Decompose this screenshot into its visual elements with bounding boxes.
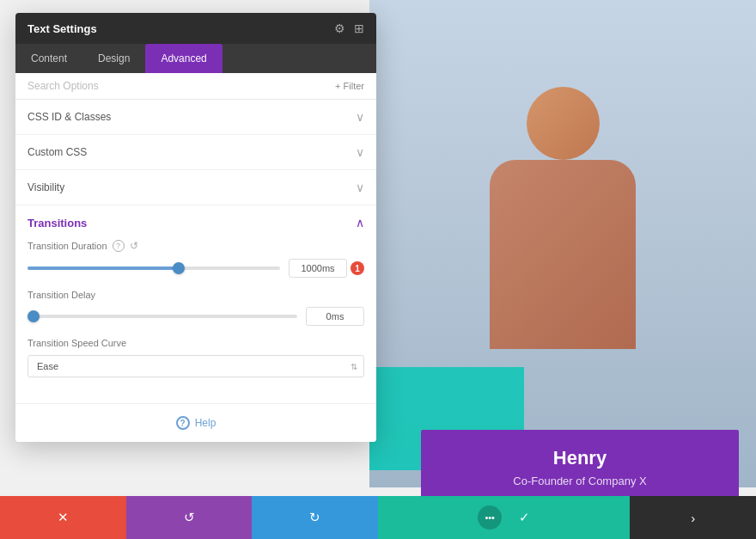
transition-duration-label: Transition Duration <box>27 241 107 251</box>
custom-css-label: Custom CSS <box>27 146 87 158</box>
person-head <box>527 87 600 160</box>
search-bar: Search Options + Filter <box>15 73 376 100</box>
tab-content[interactable]: Content <box>15 44 82 73</box>
transition-delay-input-group <box>306 307 364 326</box>
transition-duration-thumb[interactable] <box>173 262 185 274</box>
help-label: Help <box>195 417 216 429</box>
transition-duration-slider-container: 1 <box>27 259 364 278</box>
redo-icon: ↻ <box>309 510 320 525</box>
tab-design[interactable]: Design <box>82 44 145 73</box>
visibility-label: Visibility <box>27 181 64 193</box>
transition-duration-track <box>27 266 280 270</box>
search-placeholder: Search Options <box>27 80 99 92</box>
redo-button[interactable]: ↻ <box>252 496 378 539</box>
bottom-toolbar: ✕ ↺ ↻ ••• ✓ › <box>0 496 756 539</box>
settings-panel: Text Settings ⚙ ⊞ Content Design Advance… <box>15 13 376 442</box>
close-icon: ✕ <box>58 510 69 525</box>
css-id-classes-label: CSS ID & Classes <box>27 111 111 123</box>
transition-delay-row: Transition Delay <box>27 290 364 326</box>
visibility-section[interactable]: Visibility ∨ <box>15 170 376 205</box>
person-name-card: Henry Co-Founder of Company X <box>421 430 739 505</box>
transition-duration-track-wrapper <box>27 266 280 270</box>
collapse-button[interactable]: › <box>630 496 756 539</box>
transitions-body: Transition Duration ? ↺ <box>15 236 376 403</box>
panel-header: Text Settings ⚙ ⊞ <box>15 13 376 44</box>
more-dots-icon: ••• <box>485 512 495 523</box>
transition-speed-curve-select-wrapper: Ease Linear Ease In Ease Out Ease In Out… <box>27 355 364 377</box>
transition-delay-track <box>27 315 297 318</box>
transitions-header[interactable]: Transitions ∧ <box>15 205 376 236</box>
help-link[interactable]: ? Help <box>15 404 376 442</box>
transition-duration-notification: 1 <box>351 261 364 275</box>
transition-duration-label-row: Transition Duration ? ↺ <box>27 240 364 252</box>
transition-duration-fill <box>27 266 179 270</box>
transition-speed-curve-label: Transition Speed Curve <box>27 338 126 348</box>
panel-title: Text Settings <box>27 22 97 35</box>
tab-advanced[interactable]: Advanced <box>145 44 222 73</box>
transition-delay-slider-container <box>27 307 364 326</box>
transition-delay-input[interactable] <box>306 307 364 326</box>
visibility-chevron: ∨ <box>356 181 364 194</box>
transitions-section: Transitions ∧ Transition Duration ? ↺ <box>15 205 376 404</box>
css-id-classes-section[interactable]: CSS ID & Classes ∨ <box>15 100 376 135</box>
more-check-group: ••• ✓ <box>378 496 630 539</box>
panel-header-icons: ⚙ ⊞ <box>334 21 364 35</box>
undo-button[interactable]: ↺ <box>126 496 253 539</box>
help-circle-icon: ? <box>176 416 190 430</box>
transition-delay-label: Transition Delay <box>27 290 95 300</box>
panel-content: CSS ID & Classes ∨ Custom CSS ∨ Visibili… <box>15 100 376 442</box>
transition-duration-input[interactable] <box>289 259 347 278</box>
transition-duration-help-icon[interactable]: ? <box>113 240 125 252</box>
transition-delay-track-wrapper <box>27 315 297 318</box>
transition-delay-thumb[interactable] <box>27 310 40 322</box>
filter-button[interactable]: + Filter <box>335 81 364 91</box>
settings-icon[interactable]: ⚙ <box>334 21 345 35</box>
transitions-chevron: ∧ <box>356 216 364 230</box>
undo-icon: ↺ <box>184 510 195 525</box>
transition-duration-row: Transition Duration ? ↺ <box>27 240 364 278</box>
collapse-icon: › <box>691 511 695 525</box>
transition-speed-curve-label-row: Transition Speed Curve <box>27 338 364 348</box>
transition-speed-curve-row: Transition Speed Curve Ease Linear Ease … <box>27 338 364 377</box>
more-button[interactable]: ••• <box>478 505 502 530</box>
transitions-label: Transitions <box>27 217 87 230</box>
css-id-classes-chevron: ∨ <box>356 110 364 124</box>
transition-speed-curve-select[interactable]: Ease Linear Ease In Ease Out Ease In Out <box>27 355 364 377</box>
panel-tabs: Content Design Advanced <box>15 44 376 73</box>
expand-icon[interactable]: ⊞ <box>354 21 364 35</box>
person-name: Henry <box>438 447 722 469</box>
transition-duration-reset-icon[interactable]: ↺ <box>130 240 138 252</box>
custom-css-chevron: ∨ <box>356 145 364 159</box>
person-body <box>490 160 636 349</box>
transition-delay-label-row: Transition Delay <box>27 290 364 300</box>
check-icon[interactable]: ✓ <box>519 510 530 525</box>
person-figure <box>490 87 636 349</box>
close-button[interactable]: ✕ <box>0 496 126 539</box>
transition-duration-input-group: 1 <box>289 259 364 278</box>
person-title: Co-Founder of Company X <box>438 475 722 487</box>
custom-css-section[interactable]: Custom CSS ∨ <box>15 135 376 170</box>
